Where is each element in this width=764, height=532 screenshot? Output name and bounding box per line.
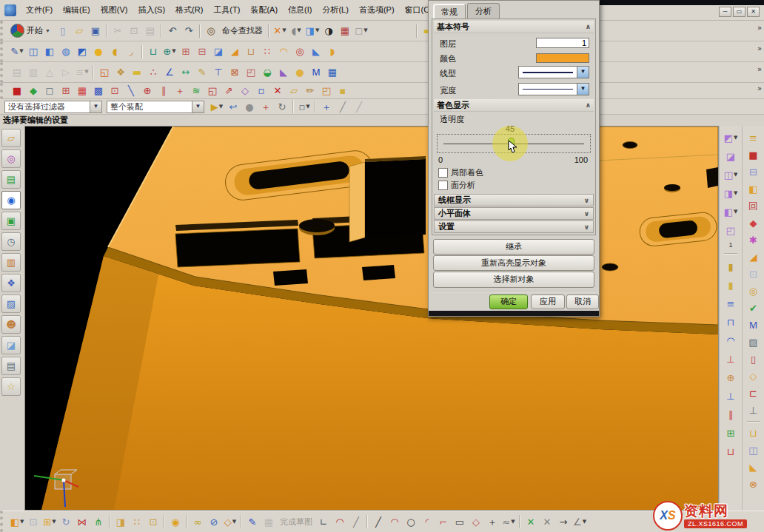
linetype-combo[interactable]: ▼ <box>518 66 589 78</box>
replace-face-icon[interactable]: ◰ <box>722 223 740 238</box>
constraint-tool-icon[interactable]: ∠▼ <box>572 514 588 529</box>
templates-icon[interactable]: ☆ <box>1 377 21 396</box>
delete-icon[interactable]: ✕ <box>269 84 286 98</box>
bracket-icon[interactable]: ⊓ <box>722 314 740 330</box>
copy-face-icon[interactable]: ◫▼ <box>722 167 740 183</box>
model-cavity-cutout[interactable] <box>365 159 426 238</box>
gray-sphere-icon[interactable]: ● <box>241 99 258 114</box>
circle-tool-icon[interactable]: ○ <box>403 514 419 529</box>
3d-model-canvas[interactable] <box>25 127 718 510</box>
layout-icon[interactable]: ◰ <box>318 84 335 98</box>
extend-tool-icon[interactable]: ✕ <box>539 514 555 529</box>
open-folder-icon[interactable]: ▱ <box>71 24 87 38</box>
tab-analysis[interactable]: 分析 <box>467 3 500 19</box>
menu-item-9[interactable]: 首选项(P) <box>354 2 400 18</box>
object-display-icon[interactable]: ❖ <box>113 65 129 80</box>
overflow-chevron-icon[interactable]: » <box>757 24 762 32</box>
gift-box-icon[interactable]: ⊞ <box>722 425 740 441</box>
cubes-icon[interactable]: ⊡ <box>25 514 41 529</box>
graphics-viewport[interactable] <box>24 126 719 511</box>
rehighlight-objects-button[interactable]: 重新高亮显示对象 <box>433 255 594 271</box>
menu-item-5[interactable]: 工具(T) <box>208 2 245 18</box>
grip-tool-icon[interactable]: ◖▼ <box>288 24 304 38</box>
vector-icon[interactable]: ⇗ <box>221 84 237 98</box>
marquee-icon[interactable]: ▫▼ <box>296 99 312 114</box>
shaded-view-icon[interactable]: ◑ <box>321 24 337 38</box>
chamfer-icon[interactable]: ◣ <box>308 44 324 59</box>
block-icon[interactable]: ◩ <box>74 44 90 59</box>
red-sleeve-icon[interactable]: ⊏ <box>745 385 763 401</box>
draft-analysis-icon[interactable]: ✎ <box>194 65 210 80</box>
split-arrow-icon[interactable]: ⋔ <box>90 514 107 529</box>
sparkle-icon[interactable]: ▪ <box>335 84 351 98</box>
checkbox-face-analysis[interactable]: 面分析 <box>438 180 475 191</box>
chevron-down-icon[interactable]: ▼ <box>192 101 204 112</box>
corner-tool-icon[interactable]: ⌐ <box>435 514 452 529</box>
datum-plane-icon[interactable]: ◫ <box>25 44 41 59</box>
ok-button[interactable]: 确定 <box>489 294 528 309</box>
l-corner-icon[interactable]: ∟ <box>315 514 332 529</box>
plates-icon[interactable]: ⊡ <box>745 266 763 282</box>
menu-item-2[interactable]: 视图(V) <box>96 2 133 18</box>
mirror-icon[interactable]: ⋈ <box>74 514 90 529</box>
move-cross-icon[interactable]: ＋ <box>258 99 274 114</box>
assembly-navigator-icon[interactable]: ▱ <box>1 129 21 147</box>
gallery-icon[interactable]: ◪ <box>1 336 21 354</box>
cancel-button[interactable]: 取消 <box>566 294 599 309</box>
orange-box-icon[interactable]: ◧▼ <box>9 514 25 529</box>
boolean-icon[interactable]: ⊕▼ <box>161 44 178 59</box>
group-basic-symbols[interactable]: 基本符号 ∧ <box>434 21 594 33</box>
color-swatch[interactable] <box>536 53 589 63</box>
sketch-icon[interactable]: ✎▼ <box>9 44 25 59</box>
pan-icon[interactable]: ＋ <box>318 99 335 114</box>
menu-item-6[interactable]: 装配(A) <box>245 2 283 18</box>
chevron-up-icon[interactable]: ∧ <box>586 23 591 30</box>
part-navigator-icon[interactable]: ▤ <box>1 170 21 189</box>
tab-general[interactable]: 常规 <box>433 4 466 20</box>
book-icon[interactable]: ▯ <box>745 351 763 367</box>
save-icon[interactable]: ▣ <box>87 24 104 38</box>
bolt-icon[interactable]: ▮ <box>722 259 740 275</box>
reuse-library-icon[interactable]: ▣ <box>1 212 21 230</box>
split-body-icon[interactable]: ⊟ <box>745 164 763 180</box>
minimize-button[interactable]: ─ <box>719 7 731 17</box>
slope-icon[interactable]: ◣ <box>275 65 292 80</box>
hatch-face-icon[interactable]: ▨ <box>745 334 763 350</box>
arc-n-icon[interactable]: ◠ <box>332 514 348 529</box>
gray-solid-icon[interactable]: ◻▼ <box>353 24 369 38</box>
constraint-navigator-icon[interactable]: ◎ <box>1 149 21 168</box>
m-wave-icon[interactable]: Ｍ <box>745 317 763 333</box>
parallel-lines-icon[interactable]: ∥ <box>155 84 172 98</box>
select-box-icon[interactable]: ▫ <box>253 84 269 98</box>
measure-icon[interactable]: ↔ <box>178 65 194 80</box>
sphere-icon[interactable]: ● <box>90 44 107 59</box>
overflow-chevron-icon[interactable]: » <box>757 65 762 73</box>
diag-line-icon[interactable]: ╲ <box>123 84 139 98</box>
add-body-icon[interactable]: ⊞▼ <box>41 514 58 529</box>
hole-icon[interactable]: ⊔ <box>145 44 161 59</box>
m-command-icon[interactable]: Ｍ <box>308 65 324 80</box>
width-combo[interactable]: ▼ <box>518 83 589 95</box>
grid-icon[interactable]: ⊡ <box>107 84 123 98</box>
pins-icon[interactable]: ∥ <box>722 407 740 422</box>
menu-item-8[interactable]: 分析(L) <box>317 2 353 18</box>
trim-tool-icon[interactable]: ✕ <box>523 514 539 529</box>
move-component-icon[interactable]: ◨ <box>113 514 129 529</box>
color-palette-icon[interactable]: ▦ <box>74 84 90 98</box>
red-cube-icon[interactable]: ■ <box>745 147 763 163</box>
resize-face-icon[interactable]: ◧▼ <box>722 204 740 220</box>
view-box-icon[interactable]: ◨▼ <box>304 24 321 38</box>
insert-block-icon[interactable]: ◧ <box>745 181 763 197</box>
chevron-down-icon[interactable]: ▼ <box>90 101 101 112</box>
post-pin-icon[interactable]: ⊥ <box>722 388 740 404</box>
point-analysis-icon[interactable]: ∴ <box>145 65 161 80</box>
chevron-up-icon[interactable]: ∧ <box>586 101 591 109</box>
shell-icon[interactable]: ⊔ <box>243 44 259 59</box>
back-arrow-icon[interactable]: ↩ <box>225 99 241 114</box>
checkbox-icon[interactable] <box>438 181 448 190</box>
cross-grid-icon[interactable]: ＋ <box>172 84 188 98</box>
corner-box-icon[interactable]: ◱ <box>204 84 221 98</box>
menu-item-1[interactable]: 编辑(E) <box>58 2 96 18</box>
text-icon[interactable]: ⊤ <box>210 65 227 80</box>
path-icon[interactable]: ≡ <box>722 296 740 312</box>
